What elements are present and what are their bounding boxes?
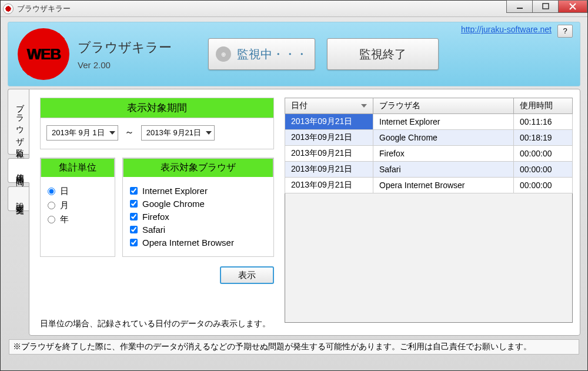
cell-time: 00:00:00 xyxy=(514,162,573,178)
period-body: 2013年 9月 1日 ～ 2013年 9月21日 xyxy=(40,118,274,149)
radio-input[interactable] xyxy=(48,188,55,195)
table-row[interactable]: 2013年09月21日 Internet Explorer 00:11:16 xyxy=(285,114,573,130)
tab-settings[interactable]: 設定変更 xyxy=(8,186,29,211)
browser-filter-section: 表示対象ブラウザ Internet Explorer Google Chrome… xyxy=(122,158,274,257)
browser-check-chrome[interactable]: Google Chrome xyxy=(130,199,266,209)
unit-day-label: 日 xyxy=(60,186,69,197)
unit-month-label: 月 xyxy=(60,200,69,211)
table-row[interactable]: 2013年09月21日 Opera Internet Browser 00:00… xyxy=(285,178,573,193)
help-button[interactable]: ? xyxy=(557,25,573,38)
unit-header: 集計単位 xyxy=(41,158,115,177)
app-window: ブラウザキラー WEB ブラウザキラー Ver 2.00 ⊕ 監視中・・・ 監視… xyxy=(0,0,588,371)
website-link[interactable]: http://juraku-software.net xyxy=(461,25,552,34)
sort-desc-icon xyxy=(361,104,367,108)
date-from-picker[interactable]: 2013年 9月 1日 xyxy=(46,125,118,141)
main-area: ブラウザ監視 使用時間 設定変更 表示対象期間 2013年 9月 1日 ～ xyxy=(8,89,580,336)
show-button[interactable]: 表示 xyxy=(220,266,274,284)
period-header: 表示対象期間 xyxy=(40,98,274,118)
table-row[interactable]: 2013年09月21日 Safari 00:00:00 xyxy=(285,162,573,178)
cell-time: 00:11:16 xyxy=(514,114,573,130)
unit-section: 集計単位 日 月 xyxy=(40,158,115,257)
table-header-row: 日付 ブラウザ名 使用時間 xyxy=(285,98,573,114)
table-row[interactable]: 2013年09月21日 Google Chrome 00:18:19 xyxy=(285,130,573,146)
app-logo: WEB xyxy=(18,28,69,80)
day-unit-note: 日単位の場合、記録されている日付のデータのみ表示します。 xyxy=(40,319,270,329)
cell-time: 00:18:19 xyxy=(514,130,573,146)
browser-check-safari[interactable]: Safari xyxy=(130,225,266,235)
unit-year-label: 年 xyxy=(60,214,69,225)
titlebar[interactable]: ブラウザキラー xyxy=(1,1,587,17)
col-browser-label: ブラウザ名 xyxy=(379,101,420,110)
header-panel: WEB ブラウザキラー Ver 2.00 ⊕ 監視中・・・ 監視終了 http:… xyxy=(8,22,580,86)
app-title: ブラウザキラー xyxy=(78,39,172,56)
checkbox-input[interactable] xyxy=(130,200,138,208)
date-from-value: 2013年 9月 1日 xyxy=(52,128,105,138)
cell-browser: Internet Explorer xyxy=(373,114,514,130)
table-row[interactable]: 2013年09月21日 Firefox 00:00:00 xyxy=(285,146,573,162)
table-empty-area xyxy=(285,193,573,323)
footer-disclaimer: ※ブラウザを終了した際に、作業中のデータが消えるなどの予期せぬ問題が発生する可能… xyxy=(9,339,579,355)
col-time-header[interactable]: 使用時間 xyxy=(514,98,573,114)
svg-rect-1 xyxy=(543,4,549,9)
browser-label: Internet Explorer xyxy=(142,186,208,196)
cell-browser: Opera Internet Browser xyxy=(373,178,514,193)
browser-check-ie[interactable]: Internet Explorer xyxy=(130,186,266,196)
svg-rect-0 xyxy=(517,8,523,9)
radio-input[interactable] xyxy=(48,216,55,223)
minimize-icon xyxy=(516,3,523,10)
app-title-block: ブラウザキラー Ver 2.00 xyxy=(78,39,172,70)
browser-label: Firefox xyxy=(142,212,169,222)
status-label: 監視中・・・ xyxy=(237,46,308,62)
col-browser-header[interactable]: ブラウザ名 xyxy=(373,98,514,114)
checkbox-input[interactable] xyxy=(130,213,138,220)
browser-check-firefox[interactable]: Firefox xyxy=(130,212,266,222)
content-panel: 表示対象期間 2013年 9月 1日 ～ 2013年 9月21日 xyxy=(29,89,580,336)
maximize-icon xyxy=(542,3,549,10)
cell-browser: Firefox xyxy=(373,146,514,162)
cell-date: 2013年09月21日 xyxy=(285,146,373,162)
browser-filter-header: 表示対象ブラウザ xyxy=(123,158,273,177)
minimize-button[interactable] xyxy=(506,0,533,13)
cell-date: 2013年09月21日 xyxy=(285,130,373,146)
window-controls xyxy=(507,0,587,13)
browser-label: Opera Internet Browser xyxy=(142,238,234,248)
close-button[interactable] xyxy=(558,0,587,13)
window-title: ブラウザキラー xyxy=(17,4,71,14)
globe-icon: ⊕ xyxy=(216,46,231,62)
checkbox-input[interactable] xyxy=(130,239,138,246)
radio-input[interactable] xyxy=(48,202,55,209)
filters-column: 表示対象期間 2013年 9月 1日 ～ 2013年 9月21日 xyxy=(40,98,274,323)
tab-browser-monitor[interactable]: ブラウザ監視 xyxy=(8,89,29,155)
app-icon xyxy=(3,4,14,14)
browser-check-opera[interactable]: Opera Internet Browser xyxy=(130,238,266,248)
chevron-down-icon xyxy=(109,131,115,135)
checkbox-input[interactable] xyxy=(130,226,138,233)
date-to-picker[interactable]: 2013年 9月21日 xyxy=(141,125,215,141)
unit-year-radio[interactable]: 年 xyxy=(48,214,108,225)
period-separator: ～ xyxy=(125,127,134,137)
monitoring-status-button[interactable]: ⊕ 監視中・・・ xyxy=(208,38,315,70)
cell-time: 00:00:00 xyxy=(514,146,573,162)
stop-label: 監視終了 xyxy=(359,46,406,62)
stop-monitoring-button[interactable]: 監視終了 xyxy=(327,38,439,70)
usage-table[interactable]: 日付 ブラウザ名 使用時間 2013年09月21日 Internet Explo… xyxy=(285,98,573,193)
unit-month-radio[interactable]: 月 xyxy=(48,200,108,211)
checkbox-input[interactable] xyxy=(130,187,138,195)
app-version: Ver 2.00 xyxy=(78,60,172,70)
maximize-button[interactable] xyxy=(532,0,559,13)
date-to-value: 2013年 9月21日 xyxy=(146,128,201,138)
cell-date: 2013年09月21日 xyxy=(285,162,373,178)
browser-label: Google Chrome xyxy=(142,199,205,209)
col-time-label: 使用時間 xyxy=(520,101,553,110)
cell-date: 2013年09月21日 xyxy=(285,114,373,130)
browser-label: Safari xyxy=(142,225,165,235)
unit-day-radio[interactable]: 日 xyxy=(48,186,108,197)
cell-browser: Safari xyxy=(373,162,514,178)
tab-usage-time[interactable]: 使用時間 xyxy=(8,158,29,183)
side-tabs: ブラウザ監視 使用時間 設定変更 xyxy=(8,89,29,336)
results-column: 日付 ブラウザ名 使用時間 2013年09月21日 Internet Explo… xyxy=(285,98,573,323)
col-date-header[interactable]: 日付 xyxy=(285,98,373,114)
col-date-label: 日付 xyxy=(291,101,308,110)
cell-date: 2013年09月21日 xyxy=(285,178,373,193)
cell-time: 00:00:00 xyxy=(514,178,573,193)
